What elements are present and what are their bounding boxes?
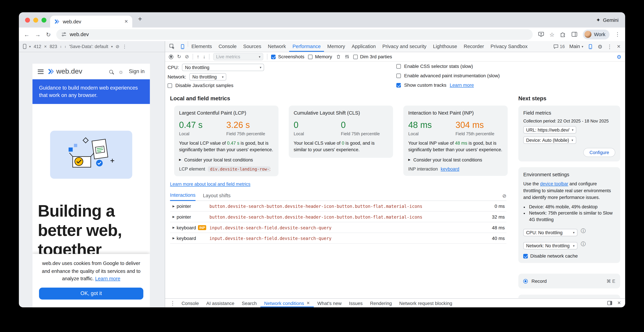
- close-tab-icon[interactable]: ✕: [306, 301, 310, 305]
- forward-icon[interactable]: →: [35, 31, 41, 38]
- tab-sources[interactable]: Sources: [240, 41, 264, 52]
- site-settings-icon[interactable]: [61, 32, 66, 37]
- viewport-width-field[interactable]: 412: [34, 44, 41, 49]
- save-data-dropdown-icon[interactable]: ▾: [111, 44, 113, 48]
- device-status-icon[interactable]: [588, 44, 593, 49]
- tab-recorder[interactable]: Recorder: [460, 41, 487, 52]
- tab-interactions[interactable]: Interactions: [170, 192, 196, 201]
- inp-disclosure[interactable]: ▶ Consider your local test conditions: [408, 157, 503, 162]
- sign-in-link[interactable]: Sign in: [129, 68, 144, 74]
- viewport-height-field[interactable]: 823: [50, 44, 57, 49]
- row-expand-icon[interactable]: ▶: [170, 236, 176, 240]
- address-bar[interactable]: web.dev: [56, 29, 532, 40]
- throttle-icon[interactable]: ⊘: [116, 44, 120, 49]
- hamburger-menu-icon[interactable]: [38, 69, 44, 74]
- gemini-button[interactable]: ✦ Gemini: [596, 12, 618, 28]
- checkbox-icon[interactable]: [396, 74, 401, 78]
- browser-menu-icon[interactable]: ⋮: [615, 31, 620, 38]
- theme-toggle-icon[interactable]: ☼: [118, 68, 124, 75]
- drawer-tab-ai-assistance[interactable]: AI assistance: [202, 299, 238, 307]
- row-expand-icon[interactable]: ▶: [170, 204, 176, 208]
- drawer-tab-network-conditions[interactable]: Network conditions ✕: [260, 299, 314, 307]
- devtools-close-icon[interactable]: ✕: [617, 44, 621, 49]
- save-profile-icon[interactable]: ↓: [203, 54, 206, 60]
- devtools-settings-icon[interactable]: ⚙: [598, 43, 602, 50]
- side-panel-icon[interactable]: [572, 31, 578, 38]
- field-url-select[interactable]: URL: https://web.dev/ ▾: [523, 126, 576, 134]
- device-dropdown-icon[interactable]: ▾: [29, 44, 31, 48]
- env-cpu-select[interactable]: CPU: No throttling ▾: [523, 229, 578, 236]
- env-network-select[interactable]: Network: No throttling ▾: [523, 242, 578, 250]
- disable-network-cache-checkbox[interactable]: Disable network cache: [523, 254, 615, 258]
- tab-close-icon[interactable]: ✕: [124, 19, 128, 24]
- interaction-row[interactable]: ▶ pointer button.devsite-search-button.d…: [170, 201, 506, 212]
- dock-icon[interactable]: [607, 300, 612, 306]
- profile-chip[interactable]: Work: [583, 30, 610, 39]
- tab-elements[interactable]: Elements: [188, 41, 215, 52]
- clear-icon[interactable]: ⊘: [185, 54, 189, 60]
- load-profile-icon[interactable]: ↑: [197, 54, 200, 60]
- drawer-tab-rendering[interactable]: Rendering: [366, 299, 396, 307]
- device-toolbar-toggle-icon[interactable]: [178, 41, 188, 52]
- custom-tracks-checkbox[interactable]: Show custom tracks Learn more: [396, 83, 474, 88]
- install-icon[interactable]: [538, 31, 544, 38]
- tab-privacy-and-security[interactable]: Privacy and security: [379, 41, 430, 52]
- interaction-row[interactable]: ▶ keyboard input.devsite-search-field.de…: [170, 233, 506, 244]
- drawer-close-icon[interactable]: ✕: [617, 300, 621, 306]
- tab-console[interactable]: Console: [215, 41, 240, 52]
- browser-tab[interactable]: web.dev ✕: [50, 16, 132, 28]
- info-icon[interactable]: ⓘ: [581, 241, 586, 248]
- clear-log-icon[interactable]: ⊘: [502, 193, 506, 200]
- minimize-window-button[interactable]: [33, 18, 38, 22]
- search-icon[interactable]: [109, 70, 113, 74]
- device-toolbar-link[interactable]: device toolbar: [540, 181, 568, 186]
- maximize-window-button[interactable]: [42, 18, 46, 22]
- drawer-tab-whats-new[interactable]: What's new: [314, 299, 345, 307]
- reload-icon[interactable]: ↻: [46, 31, 51, 38]
- capture-settings-gear-icon[interactable]: ⚙: [616, 54, 622, 60]
- tab-layout-shifts[interactable]: Layout shifts: [203, 193, 230, 200]
- save-data-select[interactable]: 'Save-Data': default: [69, 44, 108, 49]
- extensions-icon[interactable]: [560, 31, 566, 38]
- width-stepper-icon[interactable]: ↕: [60, 44, 62, 48]
- drawer-tab-console[interactable]: Console: [178, 299, 202, 307]
- css-selector-stats-checkbox[interactable]: Enable CSS selector stats (slow): [396, 64, 473, 68]
- inspect-icon[interactable]: [167, 41, 178, 52]
- interaction-row[interactable]: ▶ keyboard INP input.devsite-search-fiel…: [170, 222, 506, 233]
- checkbox-icon[interactable]: [353, 54, 358, 59]
- cookie-accept-button[interactable]: OK, got it: [39, 288, 143, 300]
- checkbox-checked-icon[interactable]: [396, 83, 401, 87]
- tab-application[interactable]: Application: [348, 41, 379, 52]
- metrics-learn-more-link[interactable]: Learn more about local and field metrics: [170, 182, 250, 186]
- close-window-button[interactable]: [25, 18, 30, 22]
- network-throttling-select[interactable]: No throttling ▾: [190, 73, 226, 80]
- screenshots-checkbox[interactable]: Screenshots: [271, 54, 304, 59]
- record-and-reload-icon[interactable]: ↻: [177, 54, 181, 60]
- configure-button[interactable]: Configure: [583, 148, 615, 157]
- tab-performance[interactable]: Performance: [289, 41, 324, 52]
- tab-lighthouse[interactable]: Lighthouse: [430, 41, 460, 52]
- row-expand-icon[interactable]: ▶: [170, 226, 176, 229]
- field-device-select[interactable]: Device: Auto (Mobile) ▾: [523, 136, 576, 144]
- tab-memory[interactable]: Memory: [324, 41, 348, 52]
- checkbox-icon[interactable]: [168, 83, 172, 88]
- memory-checkbox[interactable]: Memory: [308, 54, 332, 59]
- info-icon[interactable]: ⓘ: [581, 228, 586, 235]
- site-logo[interactable]: web.dev: [48, 67, 82, 76]
- record-icon[interactable]: [169, 54, 173, 59]
- interaction-row[interactable]: ▶ pointer button.devsite-search-button.d…: [170, 212, 506, 222]
- checkbox-icon[interactable]: [396, 64, 401, 68]
- drawer-tab-issues[interactable]: Issues: [345, 299, 366, 307]
- drawer-tab-search[interactable]: Search: [238, 299, 260, 307]
- checkbox-checked-icon[interactable]: [271, 54, 276, 59]
- custom-tracks-learn-more-link[interactable]: Learn more: [450, 83, 474, 88]
- collect-garbage-icon[interactable]: [336, 54, 341, 59]
- lcp-disclosure[interactable]: ▶ Consider your local test conditions: [179, 157, 274, 162]
- inp-interaction-link[interactable]: keyboard: [441, 166, 460, 171]
- lcp-element-code[interactable]: div.devsite-landing-row-item-d…: [208, 166, 270, 172]
- device-select-icon[interactable]: [23, 44, 26, 49]
- device-toolbar-menu-icon[interactable]: ⋮: [122, 44, 127, 49]
- bookmark-star-icon[interactable]: ☆: [550, 31, 555, 38]
- back-icon[interactable]: ←: [24, 31, 30, 38]
- checkbox-checked-icon[interactable]: [523, 254, 528, 258]
